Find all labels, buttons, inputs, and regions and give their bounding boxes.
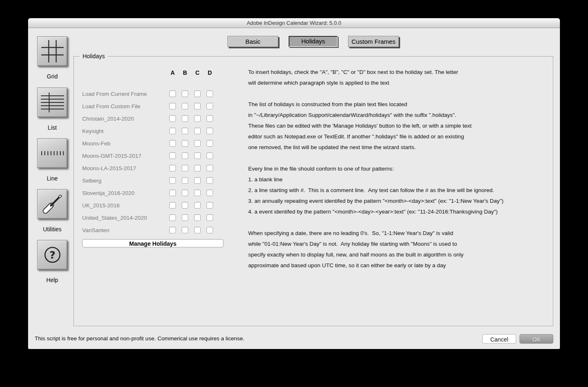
holiday-row-vansanten: VanSanten <box>82 224 223 236</box>
holiday-checkbox-d[interactable] <box>206 214 213 221</box>
holiday-checkbox-b[interactable] <box>182 152 188 159</box>
tab-holidays[interactable]: Holidays <box>289 36 338 47</box>
holiday-row-load-from-current-frame: Load From Current Frame <box>82 88 223 100</box>
holiday-checkbox-a[interactable] <box>169 115 176 122</box>
holiday-checkbox-c[interactable] <box>194 214 201 221</box>
holiday-checkbox-a[interactable] <box>169 214 176 221</box>
holiday-checkbox-a[interactable] <box>169 165 176 171</box>
instruction-line: The list of holidays is constructed from… <box>248 99 554 110</box>
holiday-checkbox-a[interactable] <box>169 140 176 147</box>
list-button[interactable] <box>37 88 67 117</box>
holiday-checkbox-a[interactable] <box>169 103 176 109</box>
holiday-set-label: Moons-LA-2015-2017 <box>82 165 166 171</box>
holiday-row-selberg: Selberg <box>82 174 223 187</box>
holiday-checkbox-c[interactable] <box>194 90 201 97</box>
holiday-row-keysight: Keysight <box>82 125 223 137</box>
sidebar-item-utilities: Utilities <box>37 189 67 233</box>
ok-button[interactable]: OK <box>519 334 553 344</box>
instructions-paragraph-3: Every line in the file should conform to… <box>248 164 554 217</box>
holiday-checkbox-d[interactable] <box>206 190 213 196</box>
holiday-checkbox-d[interactable] <box>206 202 213 209</box>
holiday-checkbox-b[interactable] <box>182 214 188 221</box>
instruction-line: specify exactly when to display full, ne… <box>248 249 554 260</box>
holiday-set-label: VanSanten <box>82 227 166 233</box>
holiday-checkbox-a[interactable] <box>169 177 176 184</box>
holiday-checkbox-c[interactable] <box>194 177 201 184</box>
holiday-checkbox-c[interactable] <box>194 140 201 147</box>
holiday-checkbox-b[interactable] <box>182 165 188 171</box>
sidebar-item-help: ? Help <box>37 240 67 283</box>
instruction-line: in "~/Library/Application Support/calend… <box>248 110 554 121</box>
holiday-row-moons-la: Moons-LA-2015-2017 <box>82 162 223 174</box>
holiday-checkbox-c[interactable] <box>194 227 201 233</box>
holiday-checkbox-c[interactable] <box>194 190 201 196</box>
holiday-checkbox-b[interactable] <box>182 190 188 196</box>
holiday-checkbox-d[interactable] <box>206 165 213 171</box>
instruction-line: will determine which paragraph style is … <box>248 78 554 88</box>
utilities-button[interactable] <box>37 189 67 219</box>
instruction-line: 3. an annually repeating event identifed… <box>248 196 554 207</box>
cancel-button[interactable]: Cancel <box>482 334 516 344</box>
holiday-checkbox-b[interactable] <box>182 202 188 209</box>
instruction-line: These files can be edited with the 'Mana… <box>248 121 554 131</box>
holiday-checkbox-c[interactable] <box>194 128 201 134</box>
holiday-checkbox-b[interactable] <box>182 227 188 233</box>
holiday-checkbox-b[interactable] <box>182 128 188 134</box>
column-header-a: A <box>166 69 179 76</box>
instruction-line: approximate and based upon UTC time, so … <box>248 260 554 271</box>
holiday-checkbox-c[interactable] <box>194 103 201 109</box>
holiday-checkbox-d[interactable] <box>206 103 213 109</box>
holiday-checkbox-d[interactable] <box>206 152 213 159</box>
svg-text:?: ? <box>49 249 55 261</box>
holiday-set-label: Keysight <box>82 128 166 134</box>
holiday-row-load-from-custom-file: Load From Custom File <box>82 100 223 112</box>
holiday-checkbox-a[interactable] <box>169 128 176 134</box>
instructions-paragraph-2: The list of holidays is constructed from… <box>248 99 554 153</box>
holiday-checkbox-b[interactable] <box>182 90 188 97</box>
instruction-line: When specifying a date, there are no lea… <box>248 228 554 239</box>
instruction-line: one removed, the list will be updated th… <box>248 142 554 153</box>
holiday-set-label: Load From Current Frame <box>82 91 166 97</box>
grid-button[interactable] <box>37 36 67 66</box>
holiday-checkbox-d[interactable] <box>206 140 213 147</box>
holiday-checkbox-b[interactable] <box>182 115 188 122</box>
holiday-checkbox-b[interactable] <box>182 177 188 184</box>
sidebar-label-help: Help <box>37 277 67 283</box>
help-button[interactable]: ? <box>37 240 67 270</box>
instruction-line: 1. a blank line <box>248 174 554 185</box>
line-button[interactable] <box>37 138 67 168</box>
holiday-checkbox-d[interactable] <box>206 115 213 122</box>
holiday-checkbox-b[interactable] <box>182 140 188 147</box>
list-icon <box>40 90 64 114</box>
holiday-checkbox-a[interactable] <box>169 90 176 97</box>
holidays-instructions: To insert holidays, check the "A", "B", … <box>248 67 554 282</box>
holiday-checkbox-a[interactable] <box>169 202 176 209</box>
instruction-line: To insert holidays, check the "A", "B", … <box>248 67 554 78</box>
manage-holidays-button[interactable]: Manage Holidays <box>82 239 223 247</box>
holiday-row-united-states: United_States_2014-2020 <box>82 211 223 224</box>
tab-custom-frames[interactable]: Custom Frames <box>348 36 399 47</box>
holiday-checkbox-a[interactable] <box>169 152 176 159</box>
instruction-line: while "01-01:New Year's Day" is not. Any… <box>248 239 554 249</box>
holiday-checkbox-c[interactable] <box>194 152 201 159</box>
calendar-wizard-dialog: Adobe InDesign Calendar Wizard: 5.0.0 Ba… <box>28 18 560 349</box>
holiday-row-moons-feb: Moons-Feb <box>82 137 223 150</box>
holiday-checkbox-b[interactable] <box>182 103 188 109</box>
holiday-checkbox-c[interactable] <box>194 165 201 171</box>
holiday-checkbox-d[interactable] <box>206 227 213 233</box>
holiday-checkbox-a[interactable] <box>169 227 176 233</box>
column-header-b: B <box>179 69 191 76</box>
holiday-checkbox-a[interactable] <box>169 190 176 196</box>
holiday-checkbox-d[interactable] <box>206 177 213 184</box>
holiday-rows: Load From Current Frame Load From Custom… <box>82 88 223 236</box>
holiday-row-slovenija: Slovenija_2016-2020 <box>82 187 223 199</box>
title-bar: Adobe InDesign Calendar Wizard: 5.0.0 <box>28 18 560 28</box>
holiday-set-label: Moons-Feb <box>82 140 166 147</box>
holiday-checkbox-c[interactable] <box>194 202 201 209</box>
holiday-checkbox-c[interactable] <box>194 115 201 122</box>
holiday-list: A B C D Load From Current Frame Load Fro… <box>82 66 223 247</box>
holiday-checkbox-d[interactable] <box>206 90 213 97</box>
sidebar-label-line: Line <box>37 175 67 182</box>
tab-basic[interactable]: Basic <box>228 36 278 47</box>
holiday-checkbox-d[interactable] <box>206 128 213 134</box>
